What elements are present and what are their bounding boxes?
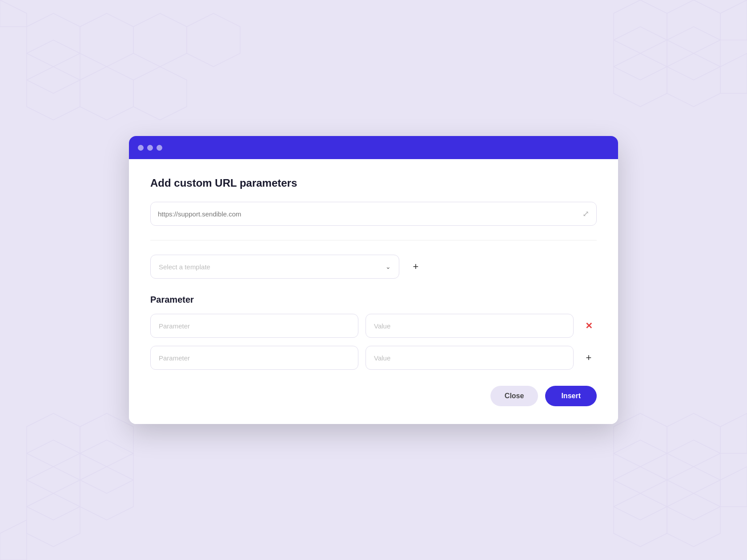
url-input-row: ⤢ <box>150 202 597 226</box>
value-input-2[interactable] <box>365 346 574 370</box>
svg-marker-32 <box>720 467 747 507</box>
svg-marker-7 <box>80 67 133 120</box>
svg-marker-1 <box>80 13 133 67</box>
add-template-button[interactable]: + <box>406 257 425 276</box>
modal: Add custom URL parameters ⤢ Select a tem… <box>129 136 618 424</box>
value-input-1[interactable] <box>365 314 574 338</box>
svg-marker-0 <box>27 13 80 67</box>
svg-marker-3 <box>27 40 80 93</box>
svg-marker-26 <box>667 413 720 467</box>
footer-row: Close Insert <box>150 386 597 406</box>
svg-marker-18 <box>80 413 133 467</box>
svg-marker-30 <box>614 467 667 520</box>
svg-marker-17 <box>27 413 80 467</box>
parameter-row-2: + <box>150 346 597 370</box>
insert-button[interactable]: Insert <box>545 386 597 406</box>
parameter-section-title: Parameter <box>150 295 597 305</box>
remove-parameter-button-1[interactable]: ✕ <box>581 318 597 334</box>
svg-marker-27 <box>720 413 747 453</box>
modal-titlebar <box>129 136 618 159</box>
divider <box>150 240 597 240</box>
chevron-down-icon: ⌄ <box>386 263 391 270</box>
url-input[interactable] <box>158 210 582 218</box>
svg-marker-5 <box>187 13 240 67</box>
svg-marker-29 <box>667 440 720 493</box>
template-select[interactable]: Select a template ⌄ <box>150 255 399 279</box>
svg-marker-12 <box>614 27 667 80</box>
parameter-input-2[interactable] <box>150 346 358 370</box>
svg-marker-19 <box>27 440 80 493</box>
svg-marker-20 <box>80 440 133 493</box>
svg-marker-8 <box>133 67 187 120</box>
svg-marker-16 <box>720 53 747 93</box>
titlebar-dot-3 <box>157 145 162 151</box>
svg-marker-23 <box>27 493 80 547</box>
svg-marker-14 <box>614 53 667 107</box>
svg-marker-28 <box>614 440 667 493</box>
link-icon: ⤢ <box>582 209 589 219</box>
template-row: Select a template ⌄ + <box>150 255 597 279</box>
titlebar-dot-2 <box>147 145 153 151</box>
template-select-label: Select a template <box>159 263 210 271</box>
svg-marker-11 <box>720 0 747 40</box>
modal-body: Add custom URL parameters ⤢ Select a tem… <box>129 159 618 424</box>
parameter-section: Parameter ✕ + <box>150 295 597 370</box>
svg-marker-22 <box>80 467 133 520</box>
close-button[interactable]: Close <box>490 386 538 406</box>
svg-marker-34 <box>667 493 720 547</box>
svg-marker-2 <box>133 13 187 67</box>
svg-marker-21 <box>27 467 80 520</box>
modal-title: Add custom URL parameters <box>150 177 597 189</box>
svg-marker-9 <box>614 0 667 53</box>
svg-marker-25 <box>614 413 667 467</box>
svg-marker-15 <box>667 53 720 107</box>
svg-marker-24 <box>0 520 27 560</box>
svg-marker-4 <box>0 0 27 27</box>
svg-marker-31 <box>667 467 720 520</box>
titlebar-dot-1 <box>138 145 144 151</box>
svg-marker-6 <box>27 67 80 120</box>
svg-marker-33 <box>614 493 667 547</box>
svg-marker-10 <box>667 0 720 53</box>
add-parameter-button[interactable]: + <box>581 350 597 366</box>
svg-marker-13 <box>667 27 720 80</box>
parameter-input-1[interactable] <box>150 314 358 338</box>
parameter-row-1: ✕ <box>150 314 597 338</box>
